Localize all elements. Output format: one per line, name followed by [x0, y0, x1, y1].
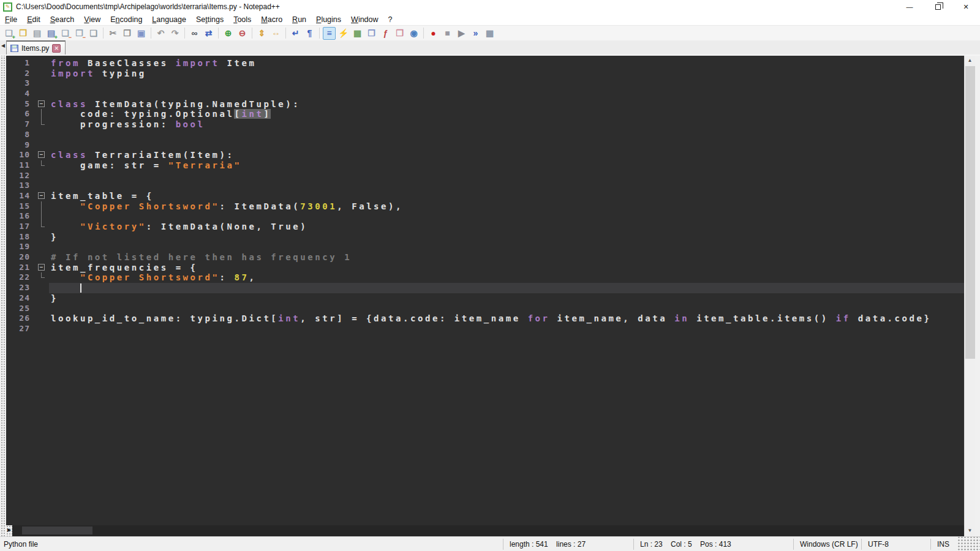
- menu-plugins[interactable]: Plugins: [311, 13, 346, 26]
- tab-close-icon[interactable]: ✕: [52, 44, 61, 53]
- vscroll-down-icon[interactable]: ▼: [965, 526, 975, 536]
- fold-toggle-icon[interactable]: −: [38, 151, 45, 158]
- new-file-icon-badge: +: [12, 34, 15, 40]
- hscroll-track[interactable]: [12, 525, 964, 536]
- close-doc-icon[interactable]: ❏−: [59, 27, 72, 40]
- menu-window[interactable]: Window: [346, 13, 383, 26]
- code-line: 3: [6, 78, 964, 89]
- hscroll-thumb[interactable]: [22, 527, 92, 534]
- macro-stop-icon[interactable]: ■: [441, 27, 454, 40]
- save-icon[interactable]: ▤: [31, 27, 43, 40]
- token-df: code: typing.Optional: [51, 109, 234, 119]
- menu-language[interactable]: Language: [147, 13, 191, 26]
- code-line: 23: [6, 283, 964, 293]
- indent-guide-icon[interactable]: ≡: [323, 27, 336, 40]
- find-icon[interactable]: ∞: [188, 27, 201, 40]
- dock-grip[interactable]: [0, 56, 6, 536]
- word-wrap-icon[interactable]: ↵: [289, 27, 302, 40]
- fold-margin: [36, 171, 49, 181]
- folder-workspace-icon[interactable]: ❒: [393, 27, 406, 40]
- copy-icon[interactable]: ❐: [121, 27, 134, 40]
- token-df: [51, 201, 80, 211]
- code-line: 4: [6, 89, 964, 99]
- fold-margin: [36, 242, 49, 252]
- macro-run-multiple-icon[interactable]: »: [469, 27, 482, 40]
- vscroll-up-icon[interactable]: ▲: [965, 56, 975, 66]
- redo-icon[interactable]: ↷: [168, 27, 181, 40]
- token-com: # If not listed here then has frequency …: [51, 252, 352, 262]
- status-caret-position: Ln : 23 Col : 5 Pos : 413: [634, 539, 793, 550]
- minimize-button[interactable]: —: [895, 0, 924, 13]
- restore-button[interactable]: [924, 0, 952, 13]
- token-df: : ItemData(: [220, 201, 301, 211]
- macro-play-icon[interactable]: ▶: [455, 27, 468, 40]
- vscroll-track[interactable]: [965, 66, 975, 526]
- line-number: 19: [6, 242, 36, 252]
- tab-scroll-left-icon[interactable]: ◀: [0, 39, 6, 54]
- menu-view[interactable]: View: [79, 13, 105, 26]
- menu-macro[interactable]: Macro: [256, 13, 287, 26]
- menu-run[interactable]: Run: [287, 13, 311, 26]
- code-line: 27: [6, 324, 964, 334]
- print-icon[interactable]: ❑: [87, 27, 100, 40]
- code-editor[interactable]: 1from BaseClasses import Item2import typ…: [6, 56, 964, 525]
- show-all-chars-icon[interactable]: ¶: [303, 27, 316, 40]
- zoom-out-icon[interactable]: ⊖: [236, 27, 249, 40]
- vscroll-thumb[interactable]: [965, 66, 975, 359]
- fold-guide-end: [41, 160, 45, 166]
- vertical-scrollbar[interactable]: ▲ ▼: [964, 56, 975, 536]
- document-map-icon[interactable]: ▦: [351, 27, 364, 40]
- fold-toggle-icon[interactable]: −: [38, 192, 45, 199]
- status-insert-mode[interactable]: INS: [931, 539, 958, 550]
- function-list-icon[interactable]: ƒ: [379, 27, 392, 40]
- zoom-in-icon[interactable]: ⊕: [222, 27, 235, 40]
- code-line: 7 progression: bool: [6, 119, 964, 130]
- line-number: 4: [6, 89, 36, 99]
- token-kw: from: [51, 58, 80, 68]
- code-line: 22 "Copper Shortsword": 87,: [6, 272, 964, 283]
- macro-save-icon[interactable]: ▦: [483, 27, 496, 40]
- menu-?[interactable]: ?: [383, 13, 398, 26]
- line-number: 17: [6, 222, 36, 232]
- new-file-icon[interactable]: ❏+: [2, 27, 15, 40]
- macro-record-icon[interactable]: ●: [427, 27, 440, 40]
- token-df: BaseClasses: [80, 58, 176, 68]
- line-number: 7: [6, 119, 36, 130]
- paste-icon[interactable]: ▣: [135, 27, 148, 40]
- tab-items-py[interactable]: Items.py ✕: [6, 40, 66, 54]
- horizontal-scrollbar[interactable]: ▶: [6, 525, 964, 536]
- token-hkw: int: [241, 109, 263, 119]
- lightning-doc-icon[interactable]: ⚡: [337, 27, 350, 40]
- menu-search[interactable]: Search: [45, 13, 80, 26]
- menu-file[interactable]: File: [0, 13, 22, 26]
- menu-settings[interactable]: Settings: [191, 13, 228, 26]
- sync-vertical-scroll-icon[interactable]: ⇕: [255, 27, 268, 40]
- fold-toggle-icon[interactable]: −: [38, 264, 45, 271]
- close-button[interactable]: ✕: [952, 0, 980, 13]
- fold-margin: [36, 130, 49, 140]
- fold-toggle-icon[interactable]: −: [38, 100, 45, 107]
- sync-horizontal-scroll-icon[interactable]: ⇔: [270, 27, 282, 40]
- code-text: code: typing.Optional[int]: [49, 109, 964, 119]
- token-df: progression:: [51, 119, 176, 129]
- close-all-docs-icon[interactable]: ❐−: [73, 27, 86, 40]
- undo-icon[interactable]: ↶: [154, 27, 167, 40]
- line-number: 13: [6, 181, 36, 191]
- status-eol-format[interactable]: Windows (CR LF): [794, 539, 861, 550]
- sync-horizontal-scroll-icon: ⇔: [272, 29, 281, 37]
- monitoring-eye-icon[interactable]: ◉: [407, 27, 420, 40]
- status-encoding[interactable]: UTF-8: [862, 539, 930, 550]
- cut-icon[interactable]: ✂: [107, 27, 119, 40]
- hscroll-left-arrow-icon[interactable]: ▶: [6, 525, 12, 536]
- token-df: : ItemData(None, True): [146, 222, 308, 231]
- save-all-icon[interactable]: ▤+: [45, 27, 58, 40]
- sync-vertical-scroll-icon: ⇕: [258, 29, 266, 37]
- menu-edit[interactable]: Edit: [22, 13, 45, 26]
- doc-switcher-icon[interactable]: ❐: [365, 27, 378, 40]
- line-number: 20: [6, 252, 36, 263]
- menu-encoding[interactable]: Encoding: [105, 13, 147, 26]
- menu-tools[interactable]: Tools: [228, 13, 256, 26]
- resize-grip[interactable]: [958, 537, 980, 551]
- open-folder-icon[interactable]: ❒: [17, 27, 29, 40]
- replace-icon[interactable]: ⇄: [202, 27, 215, 40]
